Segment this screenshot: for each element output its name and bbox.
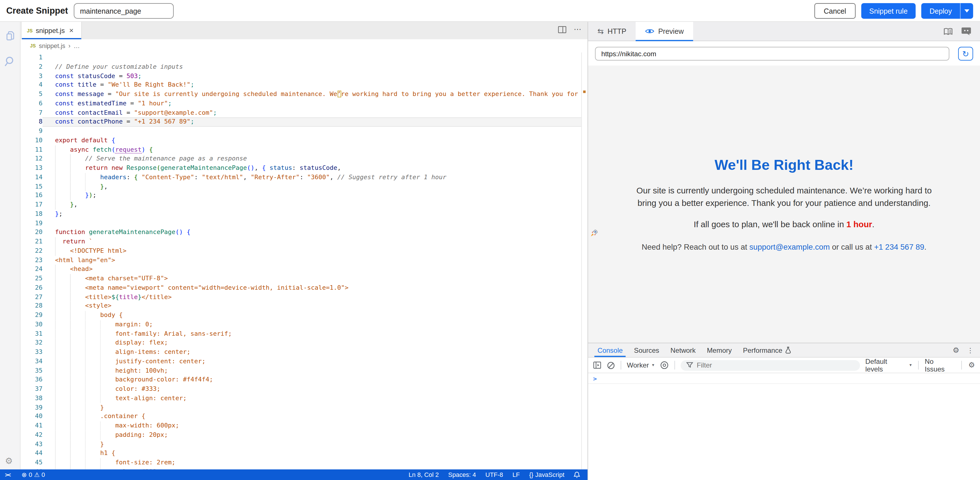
preview-url-input[interactable] [595,47,949,60]
code-line[interactable]: 24<head> [21,265,587,274]
code-line[interactable]: 6const estimatedTime = "1 hour"; [21,99,587,108]
docs-book-icon[interactable] [943,27,953,35]
code-line[interactable]: 31font-family: Arial, sans-serif; [21,329,587,338]
console-output[interactable]: > [588,373,980,480]
code-line[interactable]: 11async fetch(request) { [21,145,587,154]
execution-context-selector[interactable]: Worker ▾ [627,361,654,369]
split-editor-icon[interactable] [558,26,566,33]
snippets-files-icon[interactable] [4,31,16,43]
deploy-button[interactable]: Deploy [921,7,960,14]
code-line[interactable]: 9 [21,127,587,136]
code-line[interactable]: 32display: flex; [21,339,587,348]
live-expression-eye-icon[interactable] [660,361,668,369]
search-icon[interactable] [4,55,16,68]
code-line[interactable]: 16}); [21,191,587,200]
code-line[interactable]: 38text-align: center; [21,394,587,403]
tab-http[interactable]: ⇆ HTTP [588,22,636,41]
code-line[interactable]: 17}, [21,200,587,209]
code-line[interactable]: 10export default { [21,136,587,145]
code-line[interactable]: 39} [21,403,587,412]
code-line[interactable]: 12// Serve the maintenance page as a res… [21,154,587,163]
editor-scrollbar[interactable] [581,52,587,469]
snippet-rule-button[interactable]: Snippet rule [861,3,916,19]
tab-preview[interactable]: Preview [636,22,693,41]
code-line[interactable]: 45font-size: 2rem; [21,458,587,467]
code-line[interactable]: 1 [21,53,587,62]
code-line[interactable]: 25<meta charset="UTF-8"> [21,274,587,283]
breadcrumb-more[interactable]: … [74,42,80,49]
code-line[interactable]: 36background-color: #f4f4f4; [21,375,587,384]
refresh-button[interactable]: ↻ [958,47,973,60]
indentation-setting[interactable]: Spaces: 4 [448,471,476,478]
code-line[interactable]: 3const statusCode = 503; [21,71,587,81]
settings-gear-icon[interactable]: ⚙ [5,456,13,465]
tab-performance[interactable]: Performance [737,344,797,357]
support-email-link[interactable]: support@example.com [749,243,830,252]
code-line[interactable]: 23<html lang="en"> [21,256,587,265]
cancel-button[interactable]: Cancel [815,3,856,19]
code-line[interactable]: 43} [21,440,587,449]
code-line[interactable]: 46color: #333; [21,467,587,469]
code-line[interactable]: 35height: 100vh; [21,366,587,375]
encoding-setting[interactable]: UTF-8 [485,471,503,478]
breadcrumb[interactable]: JS snippet.js › … [21,39,587,52]
code-line[interactable]: 29body { [21,311,587,320]
breadcrumb-file[interactable]: snippet.js [39,42,65,49]
code-line[interactable]: 34justify-content: center; [21,357,587,366]
code-line[interactable]: 37color: #333; [21,385,587,394]
close-tab-icon[interactable]: × [69,27,73,34]
clear-console-icon[interactable] [607,361,615,369]
code-line[interactable]: 19 [21,219,587,228]
eol-setting[interactable]: LF [512,471,520,478]
code-area[interactable]: 12// Define your customizable inputs3con… [21,52,587,469]
code-line[interactable]: 33align-items: center; [21,348,587,357]
console-settings-gear-icon[interactable]: ⚙ [968,361,975,369]
language-mode[interactable]: {} JavaScript [529,471,565,478]
deploy-split-button[interactable]: Deploy [921,3,973,19]
console-filter-box[interactable] [681,360,860,371]
code-line[interactable]: 15}, [21,182,587,191]
code-line[interactable]: 21return ` [21,237,587,246]
code-line[interactable]: 4const title = "We'll Be Right Back!"; [21,81,587,90]
tab-sources[interactable]: Sources [628,344,665,357]
code-line[interactable]: 5const message = "Our site is currently … [21,90,587,99]
devtools-settings-gear-icon[interactable]: ⚙ [953,347,959,354]
phone-link[interactable]: +1 234 567 89 [874,243,924,252]
code-line[interactable]: 41max-width: 600px; [21,421,587,430]
code-line[interactable]: 28<style> [21,302,587,311]
problems-status[interactable]: ⊗ 0 ⚠ 0 [22,471,45,478]
code-line[interactable]: 26<meta name="viewport" content="width=d… [21,283,587,292]
code-line[interactable]: 20function generateMaintenancePage() { [21,228,587,237]
console-input-row[interactable]: > [588,373,980,384]
code-line[interactable]: 42padding: 20px; [21,431,587,440]
snippet-name-input[interactable] [74,3,174,19]
cursor-position[interactable]: Ln 8, Col 2 [409,471,439,478]
devtools-kebab-menu-icon[interactable]: ⋮ [967,346,974,355]
code-line[interactable]: 2// Define your customizable inputs [21,62,587,71]
tab-network[interactable]: Network [665,344,701,357]
console-sidebar-toggle-icon[interactable] [593,361,601,369]
code-line[interactable]: 44h1 { [21,449,587,458]
filter-input[interactable] [697,361,834,369]
code-line[interactable]: 27<title>${title}</title> [21,293,587,302]
code-line[interactable]: 13return new Response(generateMaintenanc… [21,163,587,173]
tab-console[interactable]: Console [592,344,628,357]
tab-memory[interactable]: Memory [701,344,737,357]
notifications-bell-icon[interactable] [574,471,580,478]
code-line[interactable]: 8const contactPhone = "+1 234 567 89"; [21,117,587,127]
code-line[interactable]: 18}; [21,210,587,219]
code-line[interactable]: 22<!DOCTYPE html> [21,247,587,256]
issues-counter[interactable]: No Issues [925,358,955,373]
code-line[interactable]: 14headers: { "Content-Type": "text/html"… [21,173,587,182]
code-line[interactable]: 7const contactEmail = "support@example.c… [21,108,587,117]
code-line[interactable]: 40.container { [21,412,587,421]
more-actions-icon[interactable]: ⋯ [574,26,581,33]
code-text: background-color: #f4f4f4; [42,375,587,384]
code-text: <head> [42,265,587,274]
remote-indicator-icon[interactable]: >< [5,472,11,478]
log-levels-dropdown[interactable]: Default levels ▾ [865,358,912,373]
code-line[interactable]: 30margin: 0; [21,320,587,329]
discord-icon[interactable] [961,27,971,36]
deploy-dropdown-button[interactable] [960,3,973,19]
tab-snippet-js[interactable]: JS snippet.js × [22,22,82,40]
